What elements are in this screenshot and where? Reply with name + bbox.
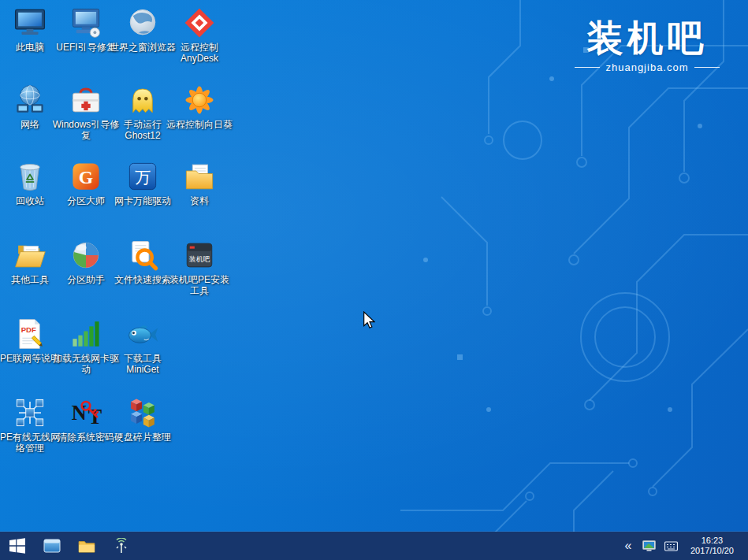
- sunflower-icon: [181, 83, 218, 117]
- recycle-bin-icon: [12, 160, 48, 193]
- desktop-icon-fast-file-search[interactable]: 文件快速搜索: [114, 239, 171, 285]
- clock-time: 16:23: [690, 536, 734, 546]
- pdf-text: PDF: [21, 325, 36, 334]
- brand-url: zhuangjiba.com: [605, 61, 688, 73]
- fish-icon: [125, 317, 161, 350]
- brand-logo: 装机吧 zhuangjiba.com: [575, 16, 720, 73]
- uefi-repair-icon: [68, 6, 104, 39]
- sphere-icon: [68, 239, 104, 272]
- desktop-icon-miniget-downloader[interactable]: 下载工具MiniGet: [114, 317, 171, 375]
- taskbar-app-window-button[interactable]: [35, 532, 69, 560]
- icon-label: 下载工具MiniGet: [109, 353, 177, 375]
- display-icon: [642, 540, 656, 552]
- logo-rule-right: [694, 67, 720, 68]
- icon-label: 远程控制向日葵: [166, 119, 233, 130]
- pdf-document-icon: PDF: [12, 317, 48, 350]
- pe-installer-icon: 装机吧: [181, 239, 218, 272]
- pe-installer-brand-text: 装机吧: [189, 255, 210, 263]
- ghost-icon: [125, 83, 161, 117]
- desktop-icon-pe-network-guide[interactable]: PDF PE联网等说明: [2, 317, 58, 364]
- icon-label: 装机吧PE安装工具: [166, 274, 233, 296]
- clock-date: 2017/10/20: [690, 546, 734, 556]
- windows-logo-icon: [9, 538, 25, 554]
- keyboard-icon: [664, 541, 678, 551]
- diskgenius-icon: G: [68, 160, 104, 193]
- desktop-icon-windows-boot-repair[interactable]: Windows引导修复: [58, 83, 114, 141]
- icon-label: 硬盘碎片整理: [109, 432, 177, 443]
- desktop-icon-zhuangjiba-pe-installer[interactable]: 装机吧 装机吧PE安装工具: [171, 239, 228, 296]
- tray-display-button[interactable]: [638, 532, 661, 560]
- logo-rule-left: [575, 67, 600, 68]
- mouse-cursor: [363, 311, 375, 328]
- wan-character-icon: 万: [125, 160, 161, 193]
- system-tray: « 16:23 2017/10/20: [618, 532, 748, 560]
- icon-label: 资料: [166, 195, 233, 206]
- desktop-icon-anydesk-remote[interactable]: 远程控制AnyDesk: [171, 6, 228, 64]
- desktop-icon-clear-system-password[interactable]: N T 清除系统密码: [58, 396, 114, 443]
- letter-n: N: [72, 402, 87, 425]
- desktop-icon-network[interactable]: 网络: [2, 83, 58, 130]
- desktop-icon-world-window-browser[interactable]: 世界之窗浏览器: [114, 6, 171, 53]
- desktop-icon-recycle-bin[interactable]: 回收站: [2, 160, 58, 206]
- open-folder-icon: [12, 239, 48, 272]
- start-button[interactable]: [0, 532, 35, 560]
- nt-key-icon: N T: [68, 396, 104, 429]
- globe-browser-icon: [125, 6, 161, 39]
- desktop-icon-disk-defrag[interactable]: 硬盘碎片整理: [114, 396, 171, 443]
- taskbar: « 16:23 2017/10/20: [0, 532, 748, 560]
- wireless-antenna-icon: [112, 538, 131, 554]
- desktop-icon-documents[interactable]: 资料: [171, 160, 228, 206]
- desktop-icon-run-ghost12[interactable]: 手动运行Ghost12: [114, 83, 171, 141]
- tray-expand-chevron[interactable]: «: [618, 539, 638, 553]
- red-diamond-icon: [181, 6, 218, 39]
- wan-character: 万: [135, 169, 151, 186]
- taskbar-file-explorer-button[interactable]: [69, 532, 104, 560]
- network-globe-icon: [12, 83, 48, 117]
- desktop-icon-partition-assistant[interactable]: 分区助手: [58, 239, 114, 285]
- app-window-icon: [43, 539, 61, 553]
- icon-label: 远程控制AnyDesk: [166, 42, 233, 64]
- desktop-icon-sunflower-remote[interactable]: 远程控制向日葵: [171, 83, 228, 130]
- file-explorer-icon: [78, 539, 95, 553]
- folder-icon: [181, 160, 218, 193]
- desktop-icon-uefi-boot-repair[interactable]: UEFI引导修复: [58, 6, 114, 53]
- diskgenius-letter: G: [79, 167, 93, 187]
- network-nodes-icon: [12, 396, 48, 429]
- tray-keyboard-button[interactable]: [661, 532, 683, 560]
- toolbox-icon: [68, 83, 104, 117]
- desktop[interactable]: 装机吧 zhuangjiba.com 此电脑: [0, 0, 748, 560]
- magnifier-icon: [125, 239, 161, 272]
- desktop-icon-partition-master[interactable]: G 分区大师: [58, 160, 114, 206]
- brand-title: 装机吧: [575, 16, 720, 60]
- desktop-icon-pe-network-manager[interactable]: PE有线无线网络管理: [2, 396, 58, 454]
- taskbar-clock[interactable]: 16:23 2017/10/20: [683, 536, 742, 556]
- desktop-icon-other-tools[interactable]: 其他工具: [2, 239, 58, 285]
- signal-bars-icon: [68, 317, 104, 350]
- desktop-icon-wireless-nic-driver[interactable]: 加载无线网卡驱动: [58, 317, 114, 375]
- computer-icon: [12, 6, 48, 39]
- desktop-icon-nic-universal-driver[interactable]: 万 网卡万能驱动: [114, 160, 171, 206]
- desktop-icon-this-pc[interactable]: 此电脑: [2, 6, 58, 53]
- cubes-icon: [125, 396, 161, 429]
- taskbar-wireless-tool-button[interactable]: [104, 532, 139, 560]
